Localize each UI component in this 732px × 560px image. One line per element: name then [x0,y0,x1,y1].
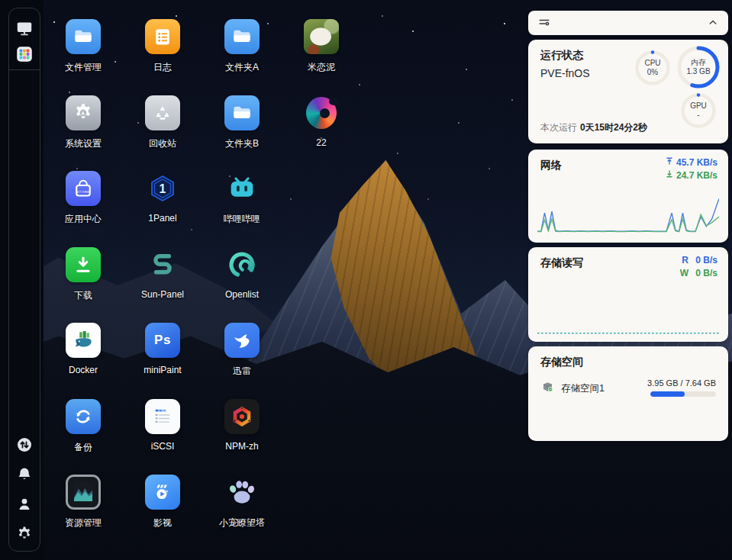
desktop-app-iscsi[interactable]: iSCSI [123,380,202,456]
read-rate: R 0 B/s [680,254,717,267]
settings-button[interactable] [13,523,36,546]
bilibili-icon [224,171,260,206]
desktop-app-recycle-bin[interactable]: 回收站 [123,76,202,153]
gpu-value: - [697,111,699,121]
app-label: 文件夹A [225,61,259,74]
desktop-app-backup[interactable]: 备份 [44,380,123,456]
photo-cat-icon [304,19,339,54]
network-chart [537,194,719,233]
memory-label: 内存 [691,58,706,68]
sidebar-divider [9,69,40,70]
monitor-icon [15,18,34,40]
desktop-app-log[interactable]: 日志 [123,0,202,76]
desktop-app-download[interactable]: 下载 [44,228,123,304]
desktop-app-one-panel[interactable]: 11Panel [123,152,202,228]
desktop-app-folder2[interactable]: 文件夹B [202,76,282,153]
gpu-usage-ring: GPU- [680,92,717,129]
recycle-bin-icon [145,95,180,130]
app-label: 备份 [74,441,92,454]
storage-card-title: 存储空间 [540,356,583,369]
network-card-title: 网络 [540,159,562,172]
desktop-app-resource-monitor[interactable]: 资源管理 [44,455,123,532]
app-label: 日志 [153,61,172,74]
sidebar-bottom-group [9,434,40,546]
app-label: 哔哩哔哩 [224,213,260,226]
app-label: 资源管理 [65,517,102,529]
app-label: 影视 [153,517,172,529]
gpu-label: GPU [690,101,707,111]
one-panel-icon: 1 [145,171,180,206]
desktop-app-npm[interactable]: NPM-zh [202,380,282,456]
desktop-app-movies[interactable]: 影视 [123,455,202,532]
notifications-button[interactable] [13,464,36,487]
memory-value: 1.3 GB [686,67,710,77]
app-label: miniPaint [143,365,181,375]
movies-icon [145,475,180,510]
desktop-app-file-manager[interactable]: 文件管理 [44,0,123,76]
npm-icon [224,399,260,434]
upload-icon [665,156,674,169]
openlist-icon [224,247,260,282]
desktop-app-openlist[interactable]: Openlist [202,228,282,304]
disk-io-card: 存储读写 R 0 B/s W 0 B/s [528,247,728,342]
log-icon [145,19,180,54]
desktop-app-docker[interactable]: Docker [44,304,123,380]
desktop-app-app-center[interactable]: STORE应用中心 [44,152,123,228]
transfer-icon [15,436,34,456]
volume-progress-track [650,391,716,397]
app-label: 迅雷 [233,365,251,378]
widget-settings-icon [537,14,552,32]
volume-progress-fill [650,391,685,397]
network-rates: 45.7 KB/s 24.7 KB/s [665,156,717,182]
app-grid-icon [15,44,34,66]
collapse-panel-button[interactable] [706,15,720,31]
disk-io-card-title: 存储读写 [540,256,583,270]
download-icon [665,169,674,182]
app-label: 米恋泥 [308,61,335,74]
resource-monitor-icon [66,475,101,510]
app-launcher-button[interactable] [13,43,36,66]
app-label: iSCSI [151,441,175,452]
download-rate: 24.7 KB/s [665,169,717,182]
xunlei-icon [224,323,260,358]
app-label: 文件管理 [65,61,102,74]
uptime: 本次运行0天15时24分2秒 [540,121,647,134]
app-label: 回收站 [149,137,176,150]
user-icon [15,495,34,516]
cpu-usage-ring: CPU0% [634,50,671,86]
upload-rate: 45.7 KB/s [665,156,717,169]
storage-volume-row[interactable]: 存储空间1 [540,380,605,397]
desktop-app-xunlei[interactable]: 迅雷 [202,304,282,380]
uptime-label: 本次运行 [540,122,577,133]
volume-name: 存储空间1 [561,382,605,395]
desktop-app-minipaint[interactable]: PsminiPaint [123,304,202,380]
app-label: 1Panel [148,213,176,224]
widget-settings-button[interactable] [537,14,552,32]
desktop-app-bilibili[interactable]: 哔哩哔哩 [202,152,282,228]
widget-panel: 运行状态 PVE-fnOS CPU0% 内存1.3 GB [528,11,728,441]
folder-icon [224,19,260,54]
transfer-activity-button[interactable] [13,434,36,457]
desktop-app-paw[interactable]: 小宠瞭望塔 [202,455,282,532]
backup-icon [66,399,101,434]
desktop-app-swirl[interactable]: 22 [282,76,361,153]
disk-io-chart [537,314,719,334]
desktop-app-sun-panel[interactable]: Sun-Panel [123,228,202,304]
desktop-view-button[interactable] [13,18,36,40]
desktop-app-system-settings[interactable]: 系统设置 [44,76,123,153]
user-button[interactable] [13,494,36,517]
status-card-title: 运行状态 [540,49,583,63]
cpu-label: CPU [644,59,660,69]
host-name: PVE-fnOS [540,67,590,79]
download-icon [66,247,101,282]
app-center-icon: STORE [66,171,101,206]
minipaint-icon: Ps [145,323,180,358]
bell-icon [15,465,34,486]
desktop-app-photo-cat[interactable]: 米恋泥 [282,0,361,76]
chevron-up-icon [706,15,720,31]
desktop-app-folder[interactable]: 文件夹A [202,0,282,76]
status-card: 运行状态 PVE-fnOS CPU0% 内存1.3 GB [528,40,728,143]
storage-card: 存储空间 存储空间1 3.95 GB / 7.64 GB [528,346,728,441]
app-label: Docker [69,365,98,375]
write-rate: W 0 B/s [680,267,717,280]
